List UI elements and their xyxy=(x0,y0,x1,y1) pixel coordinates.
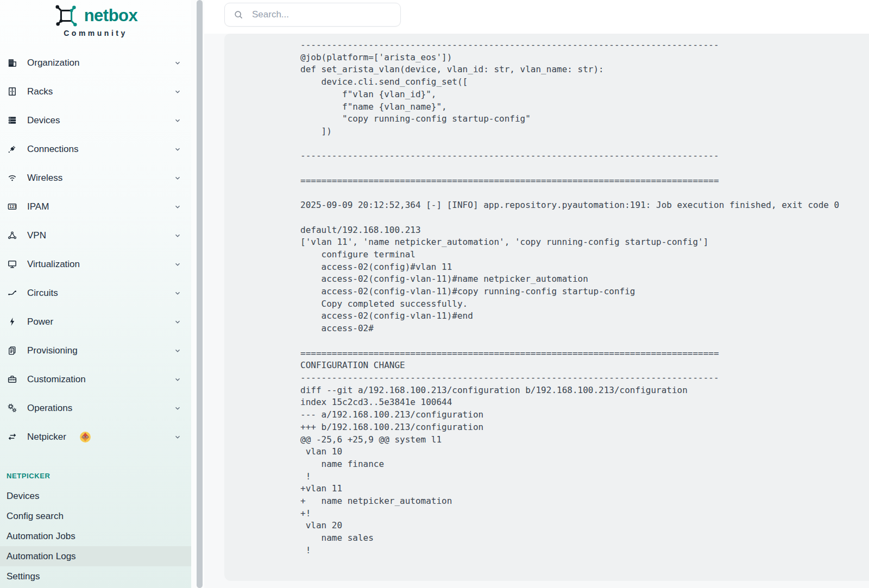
chevron-down-icon xyxy=(174,174,181,182)
nav-item-label: Operations xyxy=(27,403,72,414)
search-box[interactable] xyxy=(224,3,401,27)
automation-log-panel[interactable]: ----------------------------------------… xyxy=(224,34,869,581)
nav-item-devices[interactable]: Devices xyxy=(0,106,191,135)
nav-item-label: Wireless xyxy=(27,173,62,184)
sidebar-item-devices[interactable]: Devices xyxy=(0,486,191,506)
chevron-down-icon xyxy=(174,59,181,67)
automation-log-output: ----------------------------------------… xyxy=(224,34,869,579)
nav-item-ipam[interactable]: 123 IPAM xyxy=(0,192,191,221)
wifi-icon xyxy=(7,173,17,184)
nav-item-label: Netpicker xyxy=(27,432,66,442)
toolbox-icon xyxy=(7,374,17,385)
nav-item-virtualization[interactable]: Virtualization xyxy=(0,250,191,279)
netbox-logo-mark-icon xyxy=(54,3,79,28)
circuit-icon xyxy=(7,288,17,299)
rack-icon xyxy=(7,86,17,97)
monitor-icon xyxy=(7,259,17,270)
nav-item-label: Racks xyxy=(27,86,53,97)
svg-text:123: 123 xyxy=(9,204,16,209)
sidebar-scrollbar-thumb[interactable] xyxy=(197,0,203,588)
chevron-down-icon xyxy=(174,117,181,124)
building-icon xyxy=(7,58,17,68)
primary-nav: Organization Racks xyxy=(0,48,191,451)
documents-icon xyxy=(7,345,17,356)
sidebar-item-settings[interactable]: Settings xyxy=(0,566,191,586)
chevron-down-icon xyxy=(174,404,181,412)
netpicker-owl-badge-icon xyxy=(79,431,91,443)
swap-arrows-icon xyxy=(7,432,17,442)
nav-item-label: IPAM xyxy=(27,201,49,212)
ip-numbers-icon: 123 xyxy=(7,201,17,212)
nav-item-racks[interactable]: Racks xyxy=(0,77,191,106)
plug-icon xyxy=(7,144,17,155)
nav-item-label: Connections xyxy=(27,144,79,155)
netpicker-submenu: Devices Config search Automation Jobs Au… xyxy=(0,486,191,586)
sidebar-item-config-search[interactable]: Config search xyxy=(0,506,191,526)
nav-item-label: Provisioning xyxy=(27,345,78,356)
main-content: ----------------------------------------… xyxy=(204,0,869,588)
chevron-down-icon xyxy=(174,261,181,268)
nav-item-label: Devices xyxy=(27,115,60,126)
nav-item-operations[interactable]: Operations xyxy=(0,394,191,422)
gears-icon xyxy=(7,403,17,414)
nav-item-label: Customization xyxy=(27,374,86,385)
sidebar: netbox Community Organization xyxy=(0,0,191,588)
bolt-icon xyxy=(7,317,17,327)
chevron-down-icon xyxy=(174,347,181,355)
nav-item-label: Organization xyxy=(27,58,79,68)
nav-item-label: Power xyxy=(27,317,53,327)
search-input[interactable] xyxy=(251,9,400,21)
netpicker-section-header: NETPICKER xyxy=(0,471,191,480)
chevron-down-icon xyxy=(174,232,181,239)
server-icon xyxy=(7,115,17,126)
chevron-down-icon xyxy=(174,433,181,441)
nav-item-circuits[interactable]: Circuits xyxy=(0,279,191,307)
brand-name: netbox xyxy=(84,6,138,26)
nav-item-label: Virtualization xyxy=(27,259,80,270)
nav-item-organization[interactable]: Organization xyxy=(0,48,191,77)
sidebar-item-automation-jobs[interactable]: Automation Jobs xyxy=(0,526,191,546)
netbox-logo[interactable]: netbox Community xyxy=(0,0,191,37)
nav-item-provisioning[interactable]: Provisioning xyxy=(0,336,191,365)
nav-item-label: VPN xyxy=(27,230,46,241)
nav-item-connections[interactable]: Connections xyxy=(0,135,191,163)
search-icon xyxy=(234,10,244,20)
chevron-down-icon xyxy=(174,289,181,297)
nav-item-netpicker[interactable]: Netpicker xyxy=(0,422,191,451)
chevron-down-icon xyxy=(174,376,181,383)
sidebar-item-automation-logs[interactable]: Automation Logs xyxy=(0,546,191,566)
nav-item-vpn[interactable]: VPN xyxy=(0,221,191,250)
chevron-down-icon xyxy=(174,203,181,211)
nav-item-wireless[interactable]: Wireless xyxy=(0,163,191,192)
sidebar-scrollbar-track xyxy=(191,0,204,588)
topbar xyxy=(204,0,869,34)
nav-item-power[interactable]: Power xyxy=(0,307,191,336)
chevron-down-icon xyxy=(174,146,181,153)
chevron-down-icon xyxy=(174,88,181,96)
nav-item-customization[interactable]: Customization xyxy=(0,365,191,394)
nav-item-label: Circuits xyxy=(27,288,58,299)
chevron-down-icon xyxy=(174,318,181,326)
network-nodes-icon xyxy=(7,230,17,241)
brand-subtitle: Community xyxy=(64,29,128,37)
